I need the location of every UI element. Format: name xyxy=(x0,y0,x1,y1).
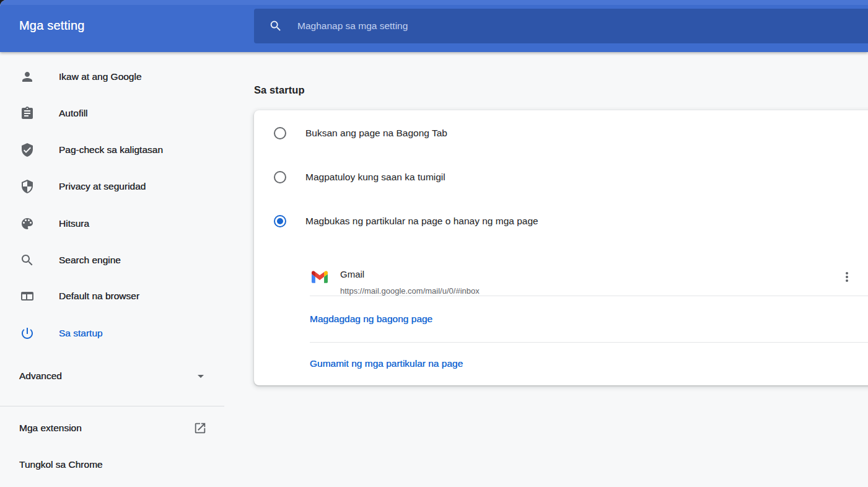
sidebar-item-you-and-google[interactable]: Ikaw at ang Google xyxy=(0,64,224,89)
sidebar-item-search-engine[interactable]: Search engine xyxy=(0,248,224,273)
sidebar-item-extensions[interactable]: Mga extension xyxy=(0,416,224,441)
use-current-pages-button[interactable]: Gumamit ng mga partikular na page xyxy=(310,358,463,369)
sidebar-item-appearance[interactable]: Hitsura xyxy=(0,211,224,236)
sidebar-item-privacy[interactable]: Privacy at seguridad xyxy=(0,174,224,199)
sidebar-item-label: Sa startup xyxy=(59,328,103,339)
sidebar-item-label: Tungkol sa Chrome xyxy=(19,459,103,470)
radio-option-label: Buksan ang page na Bagong Tab xyxy=(305,128,447,139)
browser-icon xyxy=(20,289,35,304)
person-icon xyxy=(20,69,35,84)
page-url-text: https://mail.google.com/mail/u/0/#inbox xyxy=(340,286,480,296)
page-title-text: Gmail xyxy=(340,269,364,279)
radio-option-label: Magpatuloy kung saan ka tumigil xyxy=(305,172,445,183)
sidebar-item-label: Ikaw at ang Google xyxy=(59,71,142,82)
power-icon xyxy=(20,326,35,341)
sidebar-item-safety-check[interactable]: Pag-check sa kaligtasan xyxy=(0,138,224,162)
radio-option-open-new-tab[interactable]: Buksan ang page na Bagong Tab xyxy=(254,118,868,148)
startup-settings-card: Buksan ang page na Bagong Tab Magpatuloy… xyxy=(254,110,868,385)
radio-button[interactable] xyxy=(274,171,286,183)
radio-button[interactable] xyxy=(274,215,286,227)
sidebar-divider xyxy=(0,406,224,406)
shield-half-icon xyxy=(20,179,35,194)
gmail-favicon xyxy=(312,271,328,283)
sidebar-item-label: Pag-check sa kaligtasan xyxy=(59,144,163,156)
sidebar: Ikaw at ang Google Autofill Pag-check sa… xyxy=(0,52,235,487)
add-new-page-row: Magdagdag ng bagong page xyxy=(254,296,868,342)
radio-option-open-specific-pages[interactable]: Magbukas ng partikular na page o hanay n… xyxy=(254,206,868,236)
more-actions-button[interactable] xyxy=(840,270,854,284)
use-current-pages-row: Gumamit ng mga partikular na page xyxy=(254,342,868,385)
window-titlebar xyxy=(0,0,868,5)
search-input[interactable] xyxy=(296,9,856,43)
sidebar-item-label: Search engine xyxy=(59,255,121,266)
sidebar-item-autofill[interactable]: Autofill xyxy=(0,101,224,126)
startup-page-row: Gmail https://mail.google.com/mail/u/0/#… xyxy=(254,248,868,296)
sidebar-item-advanced[interactable]: Advanced xyxy=(0,364,224,388)
open-in-new-icon xyxy=(193,421,207,435)
sidebar-item-label: Privacy at seguridad xyxy=(59,181,146,192)
sidebar-item-label: Default na browser xyxy=(59,291,139,302)
sidebar-item-label: Hitsura xyxy=(59,218,89,229)
sidebar-item-on-startup[interactable]: Sa startup xyxy=(0,321,224,346)
page-title: Mga setting xyxy=(19,19,85,33)
palette-icon xyxy=(20,216,35,231)
settings-search[interactable] xyxy=(254,9,868,43)
sidebar-item-label: Mga extension xyxy=(19,423,82,434)
header: Mga setting xyxy=(0,0,868,52)
radio-option-label: Magbukas ng partikular na page o hanay n… xyxy=(305,216,538,227)
add-new-page-button[interactable]: Magdagdag ng bagong page xyxy=(310,314,432,325)
chevron-down-icon xyxy=(193,369,208,384)
sidebar-item-label: Autofill xyxy=(59,108,88,119)
section-title: Sa startup xyxy=(254,84,305,96)
magnifier-icon xyxy=(20,253,35,268)
sidebar-item-default-browser[interactable]: Default na browser xyxy=(0,284,224,309)
radio-button[interactable] xyxy=(274,127,286,139)
more-vert-icon xyxy=(840,270,854,284)
sidebar-item-label: Advanced xyxy=(19,371,62,382)
clipboard-icon xyxy=(20,106,35,121)
radio-option-continue-where-left-off[interactable]: Magpatuloy kung saan ka tumigil xyxy=(254,162,868,192)
main-content: Sa startup Buksan ang page na Bagong Tab… xyxy=(235,52,868,487)
shield-check-icon xyxy=(20,143,35,157)
search-icon xyxy=(269,19,283,33)
sidebar-item-about-chrome[interactable]: Tungkol sa Chrome xyxy=(0,452,224,477)
